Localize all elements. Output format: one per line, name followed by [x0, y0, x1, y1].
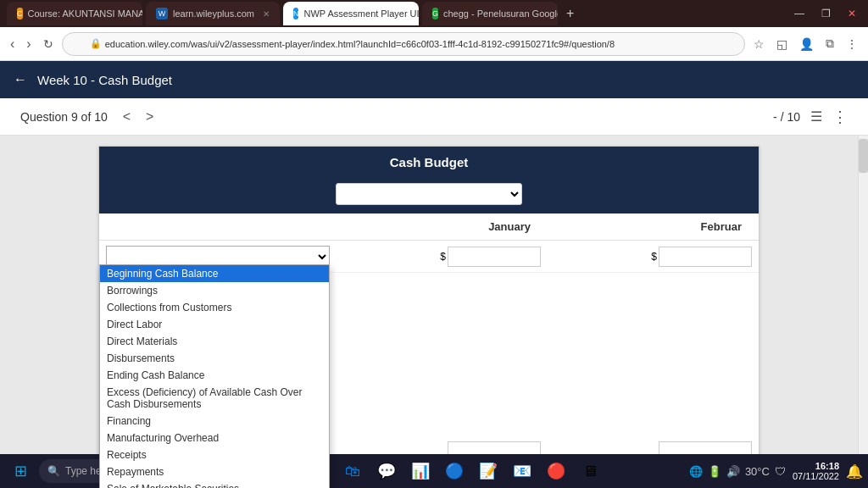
- dropdown-item-direct-labor[interactable]: Direct Labor: [100, 316, 329, 333]
- taskbar-icon-mail[interactable]: 📧: [507, 456, 537, 486]
- app-header: ← Week 10 - Cash Budget: [0, 61, 868, 98]
- url-bar[interactable]: 🔒 education.wiley.com/was/ui/v2/assessme…: [62, 32, 745, 56]
- dropdown-item-ending-cash-balance[interactable]: Ending Cash Balance: [100, 367, 329, 384]
- url-text: education.wiley.com/was/ui/v2/assessment…: [105, 39, 615, 49]
- browser-tab-4[interactable]: G chegg - Penelusuran Google ✕: [422, 2, 558, 25]
- browser-tab-1[interactable]: C Course: AKUNTANSI MANAJERIA... ✕: [7, 2, 142, 25]
- temperature-display: 30°C: [745, 465, 770, 478]
- taskbar-icon-word[interactable]: 📝: [473, 456, 504, 486]
- tab3-icon: N: [293, 8, 299, 19]
- bookmark-button[interactable]: ☆: [750, 34, 768, 54]
- new-tab-button[interactable]: +: [561, 6, 579, 21]
- browser-tab-2[interactable]: W learn.wileyplus.com ✕: [146, 2, 280, 25]
- dropdown-item-repayments[interactable]: Repayments: [100, 463, 329, 480]
- question-score: - / 10: [773, 110, 800, 124]
- volume-icon[interactable]: 🔊: [726, 465, 740, 478]
- system-tray: 🌐 🔋 🔊 30°C 🛡: [689, 465, 786, 478]
- window-controls: — ❐ ✕: [789, 8, 861, 19]
- taskbar-icon-excel[interactable]: 📊: [405, 456, 436, 486]
- content-area: Cash Budget January Februar: [0, 136, 858, 488]
- taskbar-icon-chrome[interactable]: 🔵: [439, 456, 470, 486]
- tab4-icon: G: [432, 8, 438, 19]
- shield-icon[interactable]: 🛡: [775, 465, 786, 478]
- dropdown-item-sale-marketable[interactable]: Sale of Marketable Securities: [100, 480, 329, 489]
- address-bar: ‹ › ↻ 🔒 education.wiley.com/was/ui/v2/as…: [0, 27, 868, 61]
- close-button[interactable]: ✕: [843, 8, 861, 19]
- scrollbar[interactable]: [858, 136, 868, 488]
- taskbar-icon-store[interactable]: 🛍: [337, 456, 368, 486]
- next-question-button[interactable]: >: [141, 108, 159, 126]
- open-dropdown-list: Beginning Cash Balance Borrowings Collec…: [99, 264, 330, 489]
- row1-feb-input-cell: $: [548, 243, 759, 270]
- taskbar-icon-misc[interactable]: 🖥: [575, 456, 605, 486]
- minimize-button[interactable]: —: [789, 8, 810, 19]
- cash-budget-top-dropdown-row: [99, 178, 759, 214]
- dropdown-item-beginning-cash-balance[interactable]: Beginning Cash Balance: [100, 265, 329, 282]
- dropdown-item-financing[interactable]: Financing: [100, 413, 329, 430]
- main-content: Cash Budget January Februar: [0, 136, 868, 488]
- dollar-sign-feb: $: [651, 251, 657, 263]
- chrome-icon: 🔵: [445, 462, 464, 480]
- lock-icon: 🔒: [90, 38, 102, 49]
- tab2-close[interactable]: ✕: [263, 9, 270, 19]
- taskbar-right-area: 🌐 🔋 🔊 30°C 🛡 16:18 07/11/2022 🔔: [689, 461, 863, 481]
- settings-button[interactable]: ⋮: [843, 34, 861, 54]
- tab3-label: NWP Assessment Player UI Appl...: [303, 8, 419, 19]
- word-icon: 📝: [479, 462, 498, 480]
- question-nav-right: - / 10 ☰ ⋮: [773, 108, 848, 126]
- column-headers: January Februar: [99, 214, 759, 241]
- extensions-button[interactable]: ⧉: [822, 33, 837, 54]
- network-icon[interactable]: 🌐: [689, 465, 703, 478]
- store-icon: 🛍: [345, 463, 360, 480]
- question-list-button[interactable]: ☰: [810, 108, 822, 125]
- app-back-button[interactable]: ←: [14, 72, 27, 87]
- notifications-button[interactable]: 🔔: [846, 463, 863, 480]
- february-column-header: Februar: [548, 214, 759, 240]
- clock-time-display: 16:18: [793, 461, 839, 471]
- profile-button[interactable]: 👤: [796, 34, 817, 54]
- dropdown-item-excess-deficiency[interactable]: Excess (Deficiency) of Available Cash Ov…: [100, 384, 329, 413]
- january-column-header: January: [337, 214, 548, 240]
- screenshot-button[interactable]: ◱: [773, 34, 791, 54]
- dropdown-item-direct-materials[interactable]: Direct Materials: [100, 333, 329, 350]
- battery-icon[interactable]: 🔋: [708, 465, 721, 478]
- app-header-title: Week 10 - Cash Budget: [37, 73, 172, 87]
- tab2-label: learn.wileyplus.com: [173, 8, 254, 19]
- scrollbar-thumb[interactable]: [859, 139, 868, 173]
- row1-feb-input[interactable]: [659, 247, 752, 267]
- browser-frame: C Course: AKUNTANSI MANAJERIA... ✕ W lea…: [0, 0, 868, 488]
- assessment-panel: Cash Budget January Februar: [98, 146, 760, 478]
- tab4-label: chegg - Penelusuran Google: [443, 8, 558, 19]
- reload-button[interactable]: ↻: [40, 34, 57, 54]
- cash-budget-title: Cash Budget: [390, 155, 469, 169]
- cash-budget-header: Cash Budget: [99, 147, 759, 178]
- browser-tab-3[interactable]: N NWP Assessment Player UI Appl... ✕: [283, 2, 419, 25]
- chrome2-icon: 🔴: [547, 462, 565, 480]
- taskbar-icon-chrome2[interactable]: 🔴: [541, 456, 571, 486]
- system-clock[interactable]: 16:18 07/11/2022: [793, 461, 839, 481]
- mail-icon: 📧: [513, 462, 531, 480]
- question-counter-label: Question 9 of 10: [20, 110, 108, 124]
- maximize-button[interactable]: ❐: [816, 8, 836, 19]
- table-row: Beginning Cash Balance Borrowings Collec…: [99, 241, 759, 273]
- prev-question-button[interactable]: <: [118, 108, 136, 126]
- row1-dropdown-container: Beginning Cash Balance Borrowings Collec…: [99, 242, 337, 271]
- question-more-button[interactable]: ⋮: [832, 108, 848, 126]
- start-button[interactable]: ⊞: [5, 456, 36, 486]
- clock-date-display: 07/11/2022: [793, 471, 839, 481]
- label-column-header: [99, 214, 337, 240]
- taskbar-search-icon: 🔍: [47, 465, 60, 477]
- forward-nav-button[interactable]: ›: [23, 33, 34, 55]
- dropdown-item-receipts[interactable]: Receipts: [100, 446, 329, 463]
- excel-icon: 📊: [411, 462, 430, 480]
- dropdown-item-borrowings[interactable]: Borrowings: [100, 282, 329, 299]
- row1-jan-input-cell: $: [337, 243, 548, 270]
- taskbar-icon-line[interactable]: 💬: [371, 456, 402, 486]
- back-nav-button[interactable]: ‹: [7, 33, 18, 55]
- dropdown-item-manufacturing-overhead[interactable]: Manufacturing Overhead: [100, 430, 329, 446]
- dropdown-item-disbursements[interactable]: Disbursements: [100, 350, 329, 367]
- title-bar: C Course: AKUNTANSI MANAJERIA... ✕ W lea…: [0, 0, 868, 27]
- cash-budget-main-dropdown[interactable]: [336, 183, 522, 205]
- row1-jan-input[interactable]: [448, 247, 541, 267]
- dropdown-item-collections-from-customers[interactable]: Collections from Customers: [100, 299, 329, 316]
